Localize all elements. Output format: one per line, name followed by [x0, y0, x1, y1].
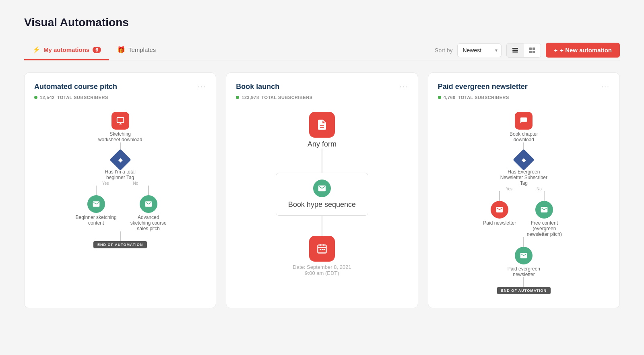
page-container: Visual Automations ⚡ My automations 6 🎁 …	[0, 0, 644, 324]
trigger-node-wrap: Sketching worksheet download	[98, 112, 142, 142]
card-menu-1[interactable]: ···	[198, 83, 206, 91]
book-trigger-box: Book hype sequence	[276, 173, 368, 216]
new-automation-label: + New automation	[560, 47, 612, 54]
yes-no-labels: Yes No	[102, 181, 138, 186]
nl-flow-branch: Paid newsletter Free content (evergreen …	[483, 191, 564, 237]
nl-no-label: No	[537, 187, 542, 191]
trigger-label: Sketching worksheet download	[98, 131, 142, 142]
svg-rect-1	[512, 50, 518, 51]
header-right: Sort by Newest Oldest Name + + New autom…	[435, 43, 620, 58]
nl-trigger-wrap: Book chapter download	[500, 112, 548, 142]
condition-diamond: ◆	[109, 149, 131, 171]
nl-condition-diamond: ◆	[513, 149, 535, 171]
condition-node-wrap: ◆ Has I'm a total beginner Tag	[96, 152, 144, 180]
nl-condition-wrap: ◆ Has Evergreen Newsletter Subscriber Ta…	[497, 152, 550, 186]
nl-connector-bottom	[523, 237, 524, 247]
card-title-2: Book launch	[236, 83, 279, 91]
card-header-3: Paid evergreen newsletter ···	[438, 83, 610, 91]
nl-connector-no	[544, 191, 545, 201]
cards-grid: Automated course pitch ··· 12,542 TOTAL …	[24, 72, 620, 308]
page-title: Visual Automations	[24, 16, 620, 29]
nl-condition-label: Has Evergreen Newsletter Subscriber Tag	[497, 169, 550, 186]
svg-rect-4	[533, 47, 535, 50]
sort-label: Sort by	[435, 47, 452, 54]
tab-templates[interactable]: 🎁 Templates	[109, 40, 164, 60]
book-trigger-icon	[309, 112, 335, 138]
connector-no	[148, 186, 149, 195]
book-date-icon	[309, 236, 335, 262]
nl-connector-end	[523, 277, 524, 287]
lightning-icon: ⚡	[32, 46, 40, 54]
card-paid-evergreen: Paid evergreen newsletter ··· 4,760 TOTA…	[428, 72, 620, 308]
nl-branch-no: Free content (evergreen newsletter pitch…	[524, 191, 564, 237]
status-dot-1	[34, 96, 37, 99]
card-menu-2[interactable]: ···	[400, 83, 408, 91]
header-bar: ⚡ My automations 6 🎁 Templates Sort by N…	[24, 40, 620, 60]
nl-branch-yes-icon	[491, 201, 508, 219]
subscribers-count-2: 123,978	[242, 95, 259, 100]
subscribers-count-3: 4,760	[444, 95, 456, 100]
branch-no: Advanced sketching course sales pitch	[128, 186, 169, 231]
flow-branch: Beginner sketching content Advanced sket…	[72, 186, 169, 231]
card-header-1: Automated course pitch ···	[34, 83, 206, 91]
book-seq-icon	[313, 180, 331, 197]
nl-branch-no-label: Free content (evergreen newsletter pitch…	[524, 220, 564, 237]
card-title-1: Automated course pitch	[34, 83, 117, 91]
list-view-button[interactable]	[507, 43, 524, 57]
flow-newsletter: Book chapter download ◆ Has Evergreen Ne…	[438, 108, 610, 298]
trigger-icon	[111, 112, 129, 130]
nl-branch-yes-label: Paid newsletter	[483, 220, 516, 226]
branch-yes-icon	[87, 195, 105, 213]
card-meta-1: 12,542 TOTAL SUBSCRIBERS	[34, 95, 206, 100]
plus-icon: +	[554, 47, 557, 54]
nl-bottom-label: Paid evergreen newsletter	[500, 266, 548, 277]
any-form-label: Any form	[308, 140, 336, 149]
card-book-launch: Book launch ··· 123,978 TOTAL SUBSCRIBER…	[226, 72, 418, 308]
book-seq-label: Book hype sequence	[288, 200, 356, 209]
connector-end	[120, 231, 121, 241]
svg-rect-14	[320, 249, 321, 250]
yes-label: Yes	[102, 181, 109, 186]
sort-wrapper: Newest Oldest Name	[457, 43, 502, 57]
svg-rect-0	[512, 48, 518, 49]
nl-branch-no-icon	[535, 201, 553, 219]
book-date-label: Date: September 8, 2021	[293, 264, 351, 270]
templates-icon: 🎁	[117, 46, 125, 54]
tab-badge: 6	[93, 47, 101, 53]
sort-select[interactable]: Newest Oldest Name	[457, 43, 502, 57]
card-title-3: Paid evergreen newsletter	[438, 83, 528, 91]
nl-bottom-wrap: Paid evergreen newsletter	[500, 247, 548, 277]
connector-yes	[96, 186, 97, 195]
branch-yes-label: Beginner sketching content	[72, 215, 120, 226]
svg-rect-15	[322, 249, 323, 250]
condition-label: Has I'm a total beginner Tag	[96, 169, 144, 180]
svg-rect-7	[117, 118, 124, 123]
svg-rect-16	[323, 249, 325, 250]
branch-no-label: Advanced sketching course sales pitch	[128, 215, 169, 231]
nl-branch-yes: Paid newsletter	[483, 191, 516, 226]
tab-my-automations[interactable]: ⚡ My automations 6	[24, 40, 109, 60]
subscribers-label-3: TOTAL SUBSCRIBERS	[458, 95, 509, 100]
branch-yes: Beginner sketching content	[72, 186, 120, 226]
card-header-2: Book launch ···	[236, 83, 408, 91]
grid-view-button[interactable]	[524, 43, 541, 57]
svg-rect-2	[512, 52, 518, 53]
no-label: No	[133, 181, 138, 186]
subscribers-count-1: 12,542	[40, 95, 55, 100]
svg-rect-5	[529, 51, 532, 53]
tab-my-automations-label: My automations	[43, 46, 89, 53]
subscribers-label-1: TOTAL SUBSCRIBERS	[57, 95, 108, 100]
card-meta-2: 123,978 TOTAL SUBSCRIBERS	[236, 95, 408, 100]
nl-connector-yes	[499, 191, 500, 201]
card-automated-course-pitch: Automated course pitch ··· 12,542 TOTAL …	[24, 72, 216, 308]
new-automation-button[interactable]: + + New automation	[546, 43, 620, 58]
subscribers-label-2: TOTAL SUBSCRIBERS	[262, 95, 313, 100]
nl-bottom-icon	[515, 247, 533, 264]
card-menu-3[interactable]: ···	[601, 83, 610, 91]
flow-book: Any form Book hype sequence Date: Septem…	[236, 108, 408, 280]
nl-trigger-label: Book chapter download	[500, 131, 548, 142]
tab-templates-label: Templates	[128, 46, 156, 53]
book-connector-2	[322, 216, 322, 236]
view-toggle	[506, 43, 541, 58]
card-meta-3: 4,760 TOTAL SUBSCRIBERS	[438, 95, 610, 100]
